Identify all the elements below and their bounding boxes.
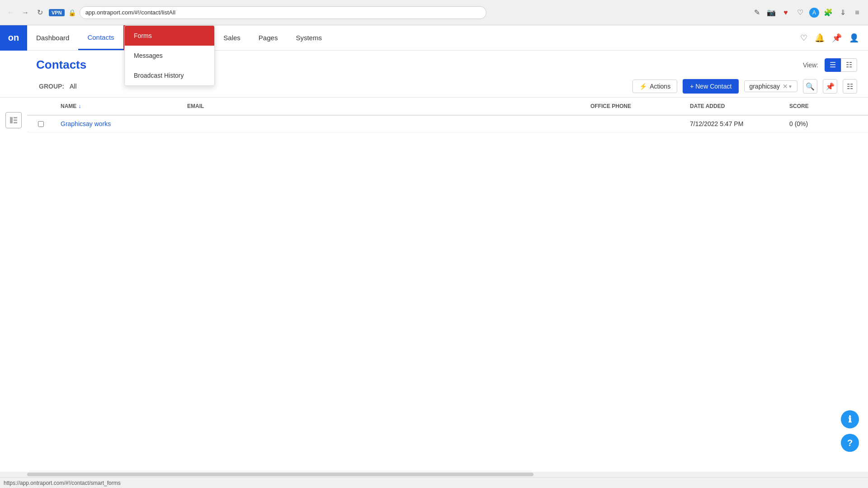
row-name[interactable]: Graphicsay works (61, 116, 187, 132)
lock-icon: 🔒 (68, 9, 76, 16)
header-email-col: EMAIL (187, 98, 590, 115)
status-url: https://app.ontraport.com/#!/contact/sma… (4, 480, 121, 486)
header-phone-col: OFFICE PHONE (590, 98, 690, 115)
heart-icon[interactable]: ♥ (780, 7, 791, 18)
header-date-col: DATE ADDED (690, 98, 789, 115)
row-email (187, 119, 590, 128)
forward-button[interactable]: → (20, 7, 31, 18)
search-chevron: ▼ (788, 84, 793, 89)
view-label: View: (803, 61, 818, 69)
svg-rect-0 (10, 117, 13, 123)
contacts-table-container: NAME ↓ EMAIL OFFICE PHONE DATE ADDED SCO… (0, 98, 868, 132)
actions-button[interactable]: ⚡ Actions (632, 80, 677, 93)
back-button[interactable]: ← (5, 7, 16, 18)
svg-rect-1 (14, 117, 17, 118)
status-bar: https://app.ontraport.com/#!/contact/sma… (0, 477, 868, 488)
nav-item-dashboard[interactable]: Dashboard (27, 25, 78, 50)
group-label: GROUP: (39, 83, 64, 90)
list-view-btn[interactable]: ☰ (825, 58, 841, 72)
view-toggle: ☰ ☷ (825, 58, 857, 72)
new-contact-button[interactable]: + New Contact (683, 79, 739, 94)
lightning-icon: ⚡ (639, 83, 647, 90)
header-score-col: SCORE (789, 98, 857, 115)
header-checkbox-col (38, 98, 61, 115)
browser-icons-right: ✎ 📷 ♥ ♡ A 🧩 ⇓ ≡ (751, 7, 863, 18)
extensions-icon[interactable]: ✎ (751, 7, 762, 18)
page-title: Contacts (36, 58, 86, 72)
bookmark-icon[interactable]: ♡ (795, 7, 806, 18)
refresh-button[interactable]: ↻ (34, 7, 45, 18)
dropdown-item-forms[interactable]: Forms (125, 26, 214, 46)
help-buttons: ℹ ? (841, 410, 859, 452)
header-name-col[interactable]: NAME ↓ (61, 98, 187, 115)
table-row: Graphicsay works 7/12/2022 5:47 PM 0 (0%… (27, 116, 868, 132)
sidebar-toggle-icon[interactable] (5, 112, 22, 128)
nav-item-systems[interactable]: Systems (287, 25, 331, 50)
help-button[interactable]: ? (841, 434, 859, 452)
puzzle-icon[interactable]: 🧩 (823, 7, 834, 18)
sort-down-icon: ↓ (78, 103, 81, 109)
search-icon-btn[interactable]: 🔍 (803, 79, 817, 94)
nav-item-sales[interactable]: Sales (214, 25, 250, 50)
row-checkbox[interactable] (38, 121, 61, 127)
search-clear[interactable]: ✕ ▼ (783, 83, 793, 90)
row-date: 7/12/2022 5:47 PM (690, 116, 789, 132)
dropdown-item-messages[interactable]: Messages (125, 46, 214, 66)
nav-item-pages[interactable]: Pages (250, 25, 287, 50)
svg-rect-2 (14, 120, 17, 121)
card-view-btn[interactable]: ☷ (841, 58, 857, 72)
left-sidebar (0, 105, 27, 187)
screenshot-icon[interactable]: 📷 (766, 7, 777, 18)
notification-icon[interactable]: 🔔 (815, 33, 825, 43)
address-bar[interactable]: app.ontraport.com/#!/contact/listAll (80, 6, 486, 19)
vpn-badge: VPN (49, 9, 65, 16)
download-icon[interactable]: ⇓ (837, 7, 848, 18)
columns-btn[interactable]: ☷ (843, 79, 857, 94)
search-value: graphicsay (749, 83, 780, 90)
menu-icon[interactable]: ≡ (852, 7, 863, 18)
nav-item-contacts[interactable]: Contacts (78, 25, 123, 50)
table-header: NAME ↓ EMAIL OFFICE PHONE DATE ADDED SCO… (27, 98, 868, 116)
scrollbar-thumb[interactable] (27, 473, 533, 476)
row-checkbox-input[interactable] (38, 121, 44, 127)
profile-icon[interactable]: A (809, 8, 819, 18)
nav-right: ♡ 🔔 📌 👤 (800, 33, 868, 43)
horizontal-scrollbar[interactable] (0, 472, 868, 477)
search-box[interactable]: graphicsay ✕ ▼ (744, 80, 797, 92)
automations-dropdown: Forms Messages Broadcast History (124, 25, 215, 86)
row-phone (590, 119, 690, 128)
row-score: 0 (0%) (789, 116, 857, 132)
logo[interactable]: on (0, 25, 27, 51)
info-button[interactable]: ℹ (841, 410, 859, 428)
pin-filter-btn[interactable]: 📌 (823, 79, 837, 94)
svg-rect-3 (14, 122, 17, 123)
browser-bar: ← → ↻ VPN 🔒 app.ontraport.com/#!/contact… (0, 0, 868, 25)
dropdown-item-broadcast-history[interactable]: Broadcast History (125, 66, 214, 85)
group-value[interactable]: All (70, 83, 77, 90)
account-icon[interactable]: 👤 (849, 33, 859, 43)
favorite-icon[interactable]: ♡ (800, 33, 807, 43)
pin-icon[interactable]: 📌 (832, 33, 842, 43)
